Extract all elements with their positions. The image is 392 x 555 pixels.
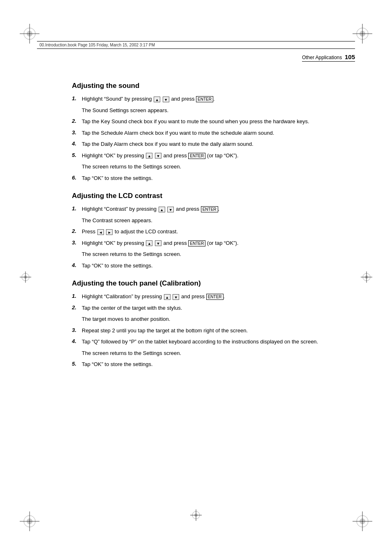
down-arrow-key4: ▼ xyxy=(155,240,161,246)
step-5-touch: Tap “OK” to store the settings. xyxy=(72,360,355,368)
section-title-touch: Adjusting the touch panel (Calibration) xyxy=(72,279,355,288)
section-adjusting-lcd: Adjusting the LCD contrast Highlight “Co… xyxy=(72,192,355,269)
page-header: Other Applications 105 xyxy=(302,53,355,60)
step-4-sound: Tap the Daily Alarm check box if you wan… xyxy=(72,140,355,148)
section-title-sound: Adjusting the sound xyxy=(72,82,355,90)
reg-mark-br xyxy=(353,511,372,531)
enter-key5: ENTER xyxy=(206,294,224,300)
section-adjusting-sound: Adjusting the sound Highlight “Sound” by… xyxy=(72,82,355,182)
main-content: Adjusting the sound Highlight “Sound” by… xyxy=(72,72,355,506)
enter-key3: ENTER xyxy=(201,206,218,212)
section-adjusting-touch: Adjusting the touch panel (Calibration) … xyxy=(72,279,355,368)
up-arrow-key: ▲ xyxy=(154,97,160,102)
file-info-bar: 00.Introduction.book Page 105 Friday, Ma… xyxy=(37,41,355,49)
steps-list-touch: Highlight “Calibration” by pressing ▲ ▼ … xyxy=(72,292,355,368)
section-title-lcd: Adjusting the LCD contrast xyxy=(72,192,355,200)
left-arrow-key: ◄ xyxy=(97,229,104,235)
step-6-sound: Tap “OK” to store the settings. xyxy=(72,174,355,182)
steps-list-lcd: Highlight “Contrast” by pressing ▲ ▼ and… xyxy=(72,205,355,269)
enter-key: ENTER xyxy=(196,96,213,102)
up-arrow-key4: ▲ xyxy=(146,240,152,246)
down-arrow-key2: ▼ xyxy=(155,153,161,159)
file-info-text: 00.Introduction.book Page 105 Friday, Ma… xyxy=(39,43,155,47)
down-arrow-key3: ▼ xyxy=(167,207,174,212)
step-4-touch: Tap “Q” followed by “P” on the tablet ke… xyxy=(72,338,355,346)
sub-text-1-sound: The Sound Settings screen appears. xyxy=(82,106,355,115)
step-2-lcd: Press ◄ ► to adjust the LCD contrast. xyxy=(72,228,355,236)
down-arrow-key5: ▼ xyxy=(173,294,179,300)
section-page-label: Other Applications 105 xyxy=(302,55,355,62)
enter-key2: ENTER xyxy=(188,153,205,159)
down-arrow-key: ▼ xyxy=(163,97,169,102)
sub-text-4-touch: The screen returns to the Settings scree… xyxy=(82,349,355,357)
up-arrow-key3: ▲ xyxy=(159,207,165,212)
enter-key4: ENTER xyxy=(188,240,205,246)
reg-mark-bottom xyxy=(190,509,202,522)
step-1-lcd: Highlight “Contrast” by pressing ▲ ▼ and… xyxy=(72,205,355,213)
section-label: Other Applications xyxy=(302,55,342,60)
up-arrow-key2: ▲ xyxy=(146,153,152,159)
sub-text-1-lcd: The Contrast screen appears. xyxy=(82,216,355,225)
steps-list-sound: Highlight “Sound” by pressing ▲ ▼ and pr… xyxy=(72,95,355,182)
reg-mark-tr xyxy=(353,24,372,44)
up-arrow-key5: ▲ xyxy=(164,294,171,300)
step-1-sound: Highlight “Sound” by pressing ▲ ▼ and pr… xyxy=(72,95,355,103)
reg-mark-tl xyxy=(20,24,39,44)
right-arrow-key: ► xyxy=(106,229,113,235)
sub-text-3-lcd: The screen returns to the Settings scree… xyxy=(82,250,355,258)
step-3-sound: Tap the Schedule Alarm check box if you … xyxy=(72,129,355,137)
reg-mark-left xyxy=(20,271,31,284)
step-1-touch: Highlight “Calibration” by pressing ▲ ▼ … xyxy=(72,292,355,301)
step-5-sound: Highlight “OK” by pressing ▲ ▼ and press… xyxy=(72,152,355,160)
reg-mark-bl xyxy=(20,511,39,531)
step-4-lcd: Tap “OK” to store the settings. xyxy=(72,262,355,270)
sub-text-5-sound: The screen returns to the Settings scree… xyxy=(82,163,355,171)
reg-mark-right xyxy=(361,271,372,284)
step-2-sound: Tap the Key Sound check box if you want … xyxy=(72,117,355,126)
step-3-touch: Repeat step 2 until you tap the target a… xyxy=(72,327,355,335)
sub-text-2-touch: The target moves to another position. xyxy=(82,315,355,323)
page-number: 105 xyxy=(345,53,355,60)
step-2-touch: Tap the center of the target with the st… xyxy=(72,304,355,312)
step-3-lcd: Highlight “OK” by pressing ▲ ▼ and press… xyxy=(72,239,355,247)
page: 00.Introduction.book Page 105 Friday, Ma… xyxy=(0,0,392,555)
